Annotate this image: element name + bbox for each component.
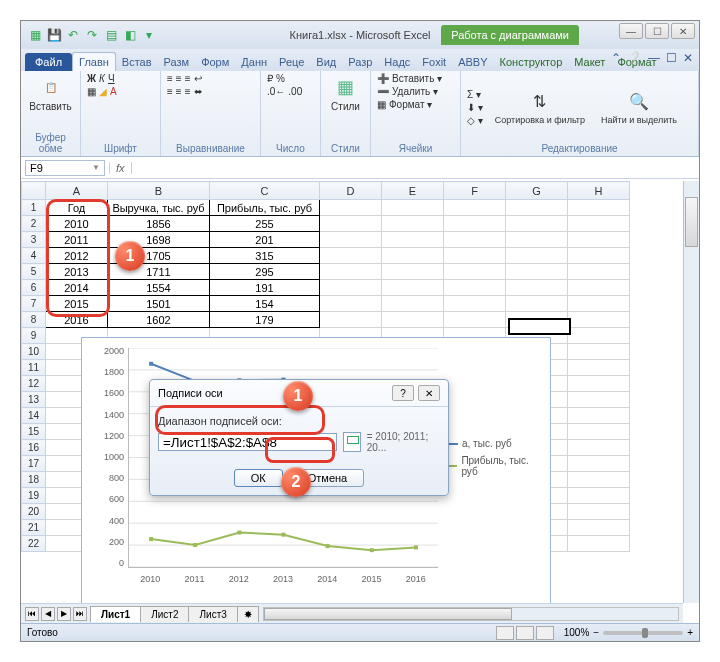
cell[interactable] xyxy=(320,248,382,264)
row-header[interactable]: 10 xyxy=(22,344,46,360)
view-normal-icon[interactable] xyxy=(496,626,514,640)
tab-abbyy[interactable]: ABBY xyxy=(452,53,493,71)
col-header[interactable]: C xyxy=(210,182,320,200)
collapse-dialog-icon[interactable] xyxy=(343,432,361,452)
sheet-nav-next-icon[interactable]: ▶ xyxy=(57,607,71,621)
clear-icon[interactable]: ◇ ▾ xyxy=(467,115,483,126)
cell[interactable] xyxy=(444,280,506,296)
qat-icon[interactable]: ◧ xyxy=(122,27,138,43)
cell[interactable] xyxy=(444,296,506,312)
cell[interactable] xyxy=(320,280,382,296)
dialog-help-icon[interactable]: ? xyxy=(392,385,414,401)
cell[interactable]: 2012 xyxy=(46,248,108,264)
dialog-close-icon[interactable]: ✕ xyxy=(418,385,440,401)
minimize-button[interactable]: — xyxy=(619,23,643,39)
cell[interactable]: 2010 xyxy=(46,216,108,232)
col-header[interactable]: E xyxy=(382,182,444,200)
cell[interactable] xyxy=(568,200,630,216)
tab-page-layout[interactable]: Разм xyxy=(158,53,196,71)
row-header[interactable]: 5 xyxy=(22,264,46,280)
tab-foxit[interactable]: Foxit xyxy=(416,53,452,71)
percent-icon[interactable]: % xyxy=(276,73,285,84)
view-page-break-icon[interactable] xyxy=(536,626,554,640)
cell[interactable] xyxy=(506,248,568,264)
underline-icon[interactable]: Ч xyxy=(108,73,115,84)
zoom-thumb[interactable] xyxy=(642,628,648,638)
find-select-button[interactable]: 🔍 Найти и выделить xyxy=(597,87,681,127)
cell[interactable]: 179 xyxy=(210,312,320,328)
delete-cells-button[interactable]: ➖Удалить ▾ xyxy=(377,86,454,97)
row-header[interactable]: 4 xyxy=(22,248,46,264)
decimal-inc-icon[interactable]: .0← xyxy=(267,86,285,97)
qat-icon[interactable]: ▤ xyxy=(103,27,119,43)
cell[interactable] xyxy=(568,504,630,520)
align-top-icon[interactable]: ≡ xyxy=(167,73,173,84)
cell[interactable]: 1602 xyxy=(108,312,210,328)
col-header[interactable]: G xyxy=(506,182,568,200)
sheet-nav-prev-icon[interactable]: ◀ xyxy=(41,607,55,621)
cell[interactable] xyxy=(568,216,630,232)
cell[interactable] xyxy=(320,216,382,232)
zoom-in-icon[interactable]: + xyxy=(687,627,693,638)
cell[interactable] xyxy=(568,360,630,376)
cell[interactable] xyxy=(382,200,444,216)
row-header[interactable]: 9 xyxy=(22,328,46,344)
align-bot-icon[interactable]: ≡ xyxy=(185,73,191,84)
tab-addins[interactable]: Надс xyxy=(378,53,416,71)
close-button[interactable]: ✕ xyxy=(671,23,695,39)
axis-range-input[interactable] xyxy=(158,433,337,451)
insert-cells-button[interactable]: ➕Вставить ▾ xyxy=(377,73,454,84)
currency-icon[interactable]: ₽ xyxy=(267,73,273,84)
styles-button[interactable]: ▦ Стили xyxy=(327,73,364,114)
wrap-icon[interactable]: ↩ xyxy=(194,73,202,84)
cell[interactable] xyxy=(444,264,506,280)
tab-data[interactable]: Данн xyxy=(235,53,273,71)
row-header[interactable]: 6 xyxy=(22,280,46,296)
vertical-scrollbar[interactable] xyxy=(683,181,699,603)
qat-icon[interactable]: ▾ xyxy=(141,27,157,43)
cell[interactable]: 315 xyxy=(210,248,320,264)
col-header[interactable]: B xyxy=(108,182,210,200)
cell[interactable] xyxy=(506,296,568,312)
cell[interactable]: 295 xyxy=(210,264,320,280)
cell[interactable] xyxy=(568,472,630,488)
view-page-layout-icon[interactable] xyxy=(516,626,534,640)
row-header[interactable]: 15 xyxy=(22,424,46,440)
cell[interactable] xyxy=(320,296,382,312)
chevron-down-icon[interactable]: ▼ xyxy=(92,163,100,172)
tab-chart-design[interactable]: Конструктор xyxy=(494,53,569,71)
cell[interactable] xyxy=(506,232,568,248)
save-icon[interactable]: 💾 xyxy=(46,27,62,43)
cell[interactable]: 2011 xyxy=(46,232,108,248)
fx-icon[interactable]: fx xyxy=(109,162,132,174)
tab-chart-layout[interactable]: Макет xyxy=(568,53,611,71)
row-header[interactable]: 7 xyxy=(22,296,46,312)
merge-icon[interactable]: ⬌ xyxy=(194,86,202,97)
cell[interactable]: 2014 xyxy=(46,280,108,296)
cell[interactable] xyxy=(444,232,506,248)
cell[interactable]: 2016 xyxy=(46,312,108,328)
align-left-icon[interactable]: ≡ xyxy=(167,86,173,97)
row-header[interactable]: 14 xyxy=(22,408,46,424)
row-header[interactable]: 1 xyxy=(22,200,46,216)
name-box[interactable]: F9 ▼ xyxy=(25,160,105,176)
cell[interactable] xyxy=(320,264,382,280)
font-color-icon[interactable]: A xyxy=(110,86,117,97)
cell[interactable] xyxy=(568,456,630,472)
cell[interactable] xyxy=(568,248,630,264)
row-header[interactable]: 12 xyxy=(22,376,46,392)
format-cells-button[interactable]: ▦Формат ▾ xyxy=(377,99,454,110)
sheet-nav-first-icon[interactable]: ⏮ xyxy=(25,607,39,621)
cell[interactable]: 154 xyxy=(210,296,320,312)
row-header[interactable]: 21 xyxy=(22,520,46,536)
sort-filter-button[interactable]: ⇅ Сортировка и фильтр xyxy=(491,87,589,127)
cell[interactable] xyxy=(568,312,630,328)
cell[interactable] xyxy=(568,344,630,360)
italic-icon[interactable]: К xyxy=(99,73,105,84)
minimize-ribbon-icon[interactable]: ⌃ xyxy=(611,51,621,65)
doc-restore-icon[interactable]: ☐ xyxy=(666,51,677,65)
select-all-corner[interactable] xyxy=(22,182,46,200)
fill-color-icon[interactable]: ◢ xyxy=(99,86,107,97)
cell[interactable] xyxy=(444,200,506,216)
cell[interactable] xyxy=(506,200,568,216)
